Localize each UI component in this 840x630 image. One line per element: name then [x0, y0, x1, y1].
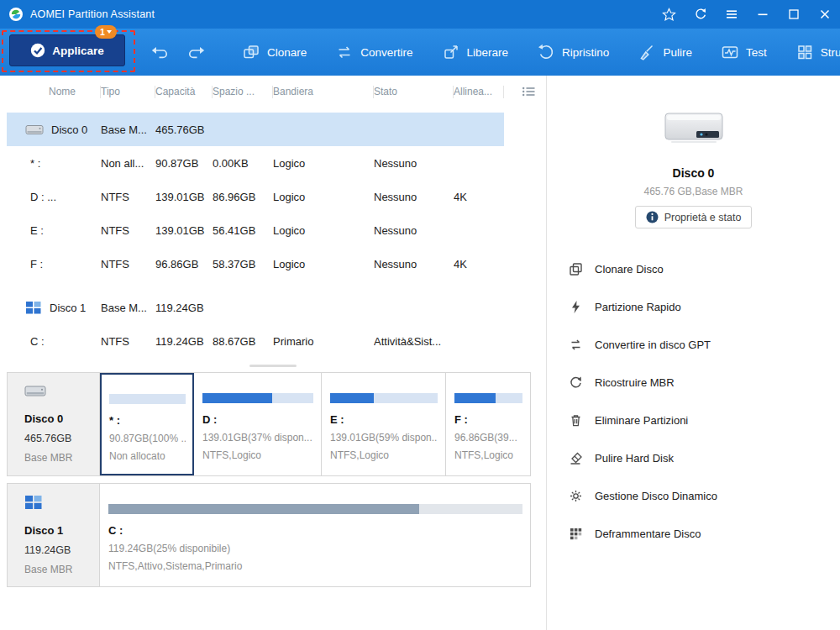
action-dynamic-disk[interactable]: Gestione Disco Dinamico — [569, 477, 840, 515]
action-delete-partitions[interactable]: Eliminare Partizioni — [569, 402, 840, 439]
quick-partition-icon — [569, 300, 583, 314]
apply-label: Applicare — [52, 45, 104, 57]
test-icon — [721, 43, 739, 61]
sidebar-disk-name: Disco 0 — [547, 166, 840, 180]
partition-block-c[interactable]: C : 119.24GB(25% disponibile) NTFS,Attiv… — [100, 484, 530, 586]
usage-bar — [330, 393, 438, 403]
action-convert-gpt[interactable]: Convertire in disco GPT — [569, 326, 840, 364]
action-clone-disk[interactable]: Clonare Disco — [569, 250, 840, 288]
sidebar: Disco 0 465.76 GB,Base MBR Proprietà e s… — [546, 76, 840, 630]
free-up-icon — [442, 43, 460, 61]
dynamic-disk-icon — [569, 489, 583, 503]
partition-block-e[interactable]: E : 139.01GB(59% dispon... NTFS,Logico — [322, 373, 446, 475]
diskmap-disk1-partitions: C : 119.24GB(25% disponibile) NTFS,Attiv… — [100, 484, 530, 586]
selected-disk-image — [661, 109, 727, 146]
toolbar-item-restore[interactable]: Ripristino — [535, 38, 611, 66]
header-tipo[interactable]: Tipo — [101, 86, 155, 98]
header-nome[interactable]: Nome — [25, 86, 101, 98]
close-button[interactable] — [809, 0, 840, 29]
table-row-disk0[interactable]: Disco 0 Base M... 465.76GB — [7, 113, 504, 146]
table-row-e[interactable]: E : NTFS 139.01GB 56.41GB Logico Nessuno — [7, 213, 504, 247]
main-area: Nome Tipo Capacità Spazio ... Bandiera S… — [0, 76, 840, 630]
apply-badge[interactable]: 1 — [95, 25, 117, 39]
toolbar-item-test[interactable]: Test — [719, 38, 769, 66]
table-header: Nome Tipo Capacità Spazio ... Bandiera S… — [0, 81, 533, 102]
apply-highlight-box: Applicare 1 — [2, 30, 135, 72]
delete-partitions-icon — [569, 413, 583, 428]
check-icon — [30, 43, 45, 58]
table-body: Disco 0 Base M... 465.76GB * : Non all..… — [0, 113, 546, 358]
undo-button[interactable] — [148, 42, 172, 63]
usage-bar — [108, 504, 522, 514]
apply-button[interactable]: Applicare — [9, 34, 125, 66]
disk-icon — [24, 384, 46, 398]
diskmap-disk0-header[interactable]: Disco 0 465.76GB Base MBR — [8, 373, 100, 475]
wipe-disk-icon — [569, 451, 583, 465]
action-wipe-disk[interactable]: Pulire Hard Disk — [569, 439, 840, 477]
action-rebuild-mbr[interactable]: Ricostruire MBR — [569, 364, 840, 402]
info-icon — [646, 211, 659, 223]
partition-block-d[interactable]: D : 139.01GB(37% dispon... NTFS,Logico — [194, 373, 322, 475]
defrag-icon — [569, 527, 583, 541]
table-row-d[interactable]: D : ... NTFS 139.01GB 86.96GB Logico Nes… — [7, 180, 504, 213]
diskmap-disk1: Disco 1 119.24GB Base MBR C : 119.24GB(2… — [7, 483, 531, 587]
disk-icon — [25, 123, 44, 136]
toolbar-item-convert[interactable]: Convertire — [333, 38, 414, 66]
menu-icon[interactable] — [716, 0, 747, 29]
properties-button[interactable]: Proprietà e stato — [635, 206, 753, 228]
header-stato[interactable]: Stato — [374, 86, 454, 98]
undo-redo-group — [148, 42, 208, 63]
redo-button[interactable] — [184, 42, 208, 63]
table-row-c[interactable]: C : NTFS 119.24GB 88.67GB Primario Attiv… — [7, 324, 504, 358]
tools-icon — [795, 43, 814, 61]
sidebar-actions: Clonare Disco Partizione Rapido Converti… — [547, 250, 840, 553]
badge-caret-icon — [107, 30, 112, 34]
app-logo-icon — [8, 7, 24, 22]
header-bandiera[interactable]: Bandiera — [273, 86, 374, 98]
partition-block-f[interactable]: F : 96.86GB(39... NTFS,Logico — [446, 373, 530, 475]
header-capacita[interactable]: Capacità — [155, 86, 213, 98]
usage-bar — [454, 393, 522, 403]
convert-icon — [335, 43, 354, 61]
titlebar: AOMEI Partition Assistant — [0, 0, 840, 29]
diskmap-disk0-partitions: * : 90.87GB(100% .. Non allocato D : 139… — [100, 373, 530, 475]
disk-icon — [24, 495, 43, 510]
clean-icon — [638, 43, 656, 61]
clone-icon — [242, 43, 260, 61]
sidebar-disk-info: 465.76 GB,Base MBR — [547, 186, 840, 197]
partition-block-unallocated[interactable]: * : 90.87GB(100% .. Non allocato — [100, 373, 194, 475]
titlebar-buttons — [654, 0, 840, 29]
table-row-f[interactable]: F : NTFS 96.86GB 58.37GB Logico Nessuno … — [7, 247, 504, 281]
toolbar: Applicare 1 Clonare — [0, 29, 840, 76]
favorite-star-icon[interactable] — [654, 0, 685, 29]
table-row-unallocated[interactable]: * : Non all... 90.87GB 0.00KB Logico Nes… — [7, 146, 504, 180]
disk-list-panel: Nome Tipo Capacità Spazio ... Bandiera S… — [0, 76, 546, 630]
usage-bar — [109, 394, 186, 404]
column-settings-icon[interactable] — [522, 86, 536, 100]
restore-icon — [537, 43, 555, 61]
maximize-button[interactable] — [778, 0, 809, 29]
toolbar-item-tools[interactable]: Strumenti — [794, 38, 840, 66]
diskmap-disk0: Disco 0 465.76GB Base MBR * : 90.87GB(10… — [7, 372, 531, 476]
diskmap-disk1-header[interactable]: Disco 1 119.24GB Base MBR — [8, 484, 100, 586]
table-row-disk1[interactable]: Disco 1 Base M... 119.24GB — [7, 291, 504, 324]
app-window: AOMEI Partition Assistant — [0, 0, 840, 630]
refresh-icon[interactable] — [685, 0, 716, 29]
rebuild-mbr-icon — [569, 375, 583, 390]
splitter-handle[interactable] — [249, 365, 297, 367]
convert-gpt-icon — [569, 338, 583, 352]
minimize-button[interactable] — [747, 0, 778, 29]
toolbar-item-clone[interactable]: Clonare — [240, 38, 308, 66]
action-defrag[interactable]: Deframmentare Disco — [569, 515, 840, 553]
header-spazio[interactable]: Spazio ... — [213, 86, 273, 98]
disk-icon — [25, 301, 42, 314]
toolbar-items: Clonare Convertire Liberare Ripristino — [240, 38, 840, 66]
clone-disk-icon — [569, 262, 583, 276]
toolbar-item-free-up[interactable]: Liberare — [440, 38, 511, 66]
app-title: AOMEI Partition Assistant — [30, 8, 155, 20]
action-quick-partition[interactable]: Partizione Rapido — [569, 288, 840, 326]
usage-bar — [202, 393, 313, 403]
toolbar-item-clean[interactable]: Pulire — [636, 38, 694, 66]
header-allinea[interactable]: Allinea... — [454, 86, 504, 98]
